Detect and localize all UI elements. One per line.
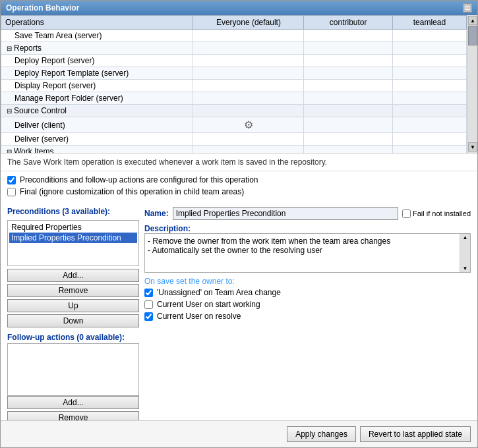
revert-button[interactable]: Revert to last applied state <box>360 426 471 442</box>
col-header-teamlead: teamlead <box>392 16 466 30</box>
scroll-thumb[interactable] <box>468 26 477 45</box>
preconditions-buttons: Add... Remove Up Down <box>7 269 139 327</box>
precond-list-item[interactable]: Implied Properties Precondition <box>9 233 137 243</box>
window-title: Operation Behavior <box>6 3 79 13</box>
title-bar: Operation Behavior ⊡ <box>1 1 477 15</box>
name-input[interactable] <box>173 207 398 220</box>
precond-down-button[interactable]: Down <box>7 314 139 327</box>
table-row[interactable]: Deliver (server) <box>1 133 467 146</box>
followup-section: Follow-up actions (0 available): Add... … <box>7 333 139 420</box>
right-panel: Name: Fail if not installed Description:… <box>144 207 471 416</box>
on-save-option-row: 'Unassigned' on Team Area change <box>144 288 471 297</box>
table-row[interactable]: Manage Report Folder (server) <box>1 92 467 105</box>
name-label: Name: <box>144 209 169 218</box>
followup-buttons: Add... Remove Up Down <box>7 396 139 420</box>
on-save-option-row: Current User on resolve <box>144 312 471 321</box>
on-save-title: On save set the owner to: <box>144 277 471 286</box>
checkboxes-section: Preconditions and follow-up actions are … <box>1 171 477 203</box>
on-save-section: On save set the owner to: 'Unassigned' o… <box>144 277 471 323</box>
fail-if-not-installed-label: Fail if not installed <box>413 210 471 217</box>
col-header-everyone: Everyone (default) <box>193 16 304 30</box>
on-save-checkbox-0[interactable] <box>144 289 153 297</box>
preconditions-check-row: Preconditions and follow-up actions are … <box>7 175 471 184</box>
scroll-up-arrow[interactable]: ▲ <box>468 16 477 25</box>
desc-scrollbar[interactable]: ▲ ▼ <box>460 234 470 272</box>
table-row[interactable]: ⊟Source Control <box>1 105 467 117</box>
operation-behavior-window: Operation Behavior ⊡ Operations Everyone… <box>0 0 478 448</box>
precond-remove-button[interactable]: Remove <box>7 284 139 297</box>
final-checkbox[interactable] <box>7 188 16 196</box>
precond-up-button[interactable]: Up <box>7 299 139 312</box>
scroll-down-arrow[interactable]: ▼ <box>468 142 477 152</box>
preconditions-panel: Preconditions (3 available): Required Pr… <box>7 207 139 416</box>
description-label: Description: <box>144 224 471 233</box>
preconditions-label: Preconditions and follow-up actions are … <box>20 175 258 184</box>
final-check-row: Final (ignore customization of this oper… <box>7 187 471 196</box>
col-header-contributor: contributor <box>304 16 392 30</box>
final-label: Final (ignore customization of this oper… <box>20 187 244 196</box>
operations-table-section: Operations Everyone (default) contributo… <box>1 15 477 154</box>
table-row[interactable]: ⊟Reports <box>1 42 467 55</box>
fail-if-not-installed-checkbox[interactable] <box>402 210 411 218</box>
table-row[interactable]: Deploy Report (server) <box>1 55 467 67</box>
restore-icon[interactable]: ⊡ <box>463 3 472 13</box>
table-row[interactable]: Deliver (client)⚙ <box>1 117 467 133</box>
on-save-label-0: 'Unassigned' on Team Area change <box>157 288 281 297</box>
preconditions-list[interactable]: Required PropertiesImplied Properties Pr… <box>7 220 139 266</box>
followup-title: Follow-up actions (0 available): <box>7 333 139 342</box>
desc-scroll-down[interactable]: ▼ <box>460 266 470 271</box>
table-row[interactable]: ⊟Work Items <box>1 146 467 154</box>
on-save-label-2: Current User on resolve <box>157 312 241 321</box>
table-row[interactable]: Save Team Area (server) <box>1 30 467 42</box>
name-row: Name: Fail if not installed <box>144 207 471 220</box>
fail-if-not-installed-row: Fail if not installed <box>402 210 471 218</box>
bottom-bar: Apply changes Revert to last applied sta… <box>1 420 477 447</box>
config-area: Preconditions (3 available): Required Pr… <box>1 203 477 420</box>
description-line: - Remove the owner from the work item wh… <box>148 237 467 246</box>
col-header-operations: Operations <box>1 16 193 30</box>
description-section: Description: - Remove the owner from the… <box>144 224 471 273</box>
table-row[interactable]: Display Report (server) <box>1 80 467 92</box>
on-save-options: 'Unassigned' on Team Area changeCurrent … <box>144 288 471 321</box>
table-row[interactable]: Deploy Report Template (server) <box>1 67 467 80</box>
table-scrollbar[interactable]: ▲ ▼ <box>467 15 477 153</box>
description-box: - Remove the owner from the work item wh… <box>144 233 471 273</box>
description-content: - Remove the owner from the work item wh… <box>148 237 467 255</box>
followup-remove-button[interactable]: Remove <box>7 411 139 420</box>
preconditions-checkbox[interactable] <box>7 176 16 184</box>
apply-changes-button[interactable]: Apply changes <box>287 426 356 442</box>
precond-add-button[interactable]: Add... <box>7 269 139 282</box>
description-line: - Automatically set the owner to the res… <box>148 246 467 255</box>
precond-list-item[interactable]: Required Properties <box>9 222 137 233</box>
operation-desc-text: The Save Work Item operation is executed… <box>7 157 327 167</box>
operations-table: Operations Everyone (default) contributo… <box>1 15 467 154</box>
on-save-checkbox-2[interactable] <box>144 312 153 321</box>
followup-list[interactable] <box>7 343 139 396</box>
on-save-label-1: Current User on start working <box>157 300 260 309</box>
operation-description: The Save Work Item operation is executed… <box>1 154 477 171</box>
desc-scroll-up[interactable]: ▲ <box>460 235 470 240</box>
followup-add-button[interactable]: Add... <box>7 396 139 409</box>
on-save-option-row: Current User on start working <box>144 300 471 309</box>
on-save-checkbox-1[interactable] <box>144 300 153 309</box>
preconditions-title: Preconditions (3 available): <box>7 207 139 216</box>
content-area: Operations Everyone (default) contributo… <box>1 15 477 447</box>
